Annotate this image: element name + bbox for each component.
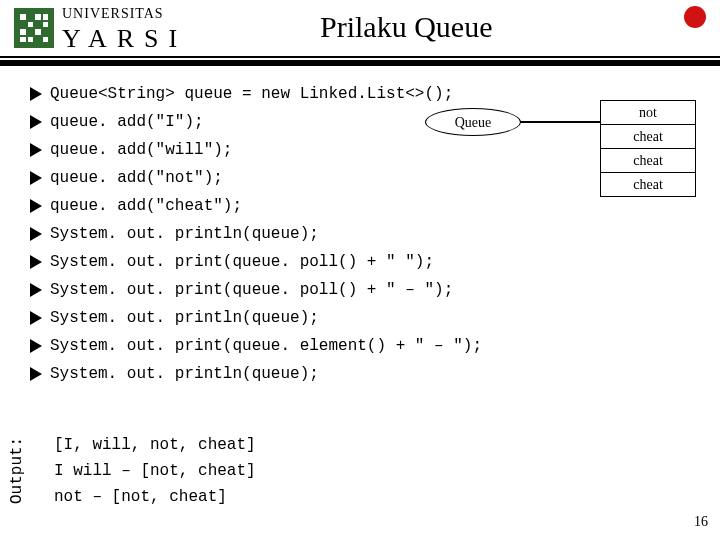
output-text: [I, will, not, cheat] I will – [not, che… (54, 432, 256, 510)
code-line: queue. add("not"); (30, 164, 482, 192)
code-line: System. out. println(queue); (30, 304, 482, 332)
queue-cell: not (601, 101, 695, 125)
output-line: I will – [not, cheat] (54, 462, 256, 480)
code-line: System. out. print(queue. element() + " … (30, 332, 482, 360)
page-number: 16 (694, 514, 708, 530)
brand-bottom-text: YARSI (62, 24, 187, 54)
code-line: queue. add("I"); (30, 108, 482, 136)
code-line: System. out. print(queue. poll() + " – "… (30, 276, 482, 304)
code-line: System. out. println(queue); (30, 360, 482, 388)
logo-icon (14, 8, 54, 48)
slide-title: Prilaku Queue (320, 10, 492, 44)
slide-header: UNIVERSITAS YARSI Prilaku Queue (0, 0, 720, 58)
output-line: not – [not, cheat] (54, 488, 227, 506)
divider-thick (0, 60, 720, 66)
queue-connector-line (520, 121, 600, 123)
code-line: System. out. println(queue); (30, 220, 482, 248)
slide: UNIVERSITAS YARSI Prilaku Queue Queue<St… (0, 0, 720, 540)
code-block: Queue<String> queue = new Linked.List<>(… (30, 80, 482, 388)
code-line: System. out. print(queue. poll() + " "); (30, 248, 482, 276)
queue-cell: cheat (601, 173, 695, 197)
output-label: Output: (8, 437, 26, 504)
queue-cells: not cheat cheat cheat (600, 100, 696, 197)
queue-cell: cheat (601, 125, 695, 149)
queue-node-label: Queue (425, 108, 521, 136)
code-line: queue. add("cheat"); (30, 192, 482, 220)
code-line: queue. add("will"); (30, 136, 482, 164)
queue-cell: cheat (601, 149, 695, 173)
divider-thin (0, 56, 720, 58)
output-line: [I, will, not, cheat] (54, 436, 256, 454)
brand-top-text: UNIVERSITAS (62, 6, 164, 22)
close-icon (684, 6, 706, 28)
code-line: Queue<String> queue = new Linked.List<>(… (30, 80, 482, 108)
